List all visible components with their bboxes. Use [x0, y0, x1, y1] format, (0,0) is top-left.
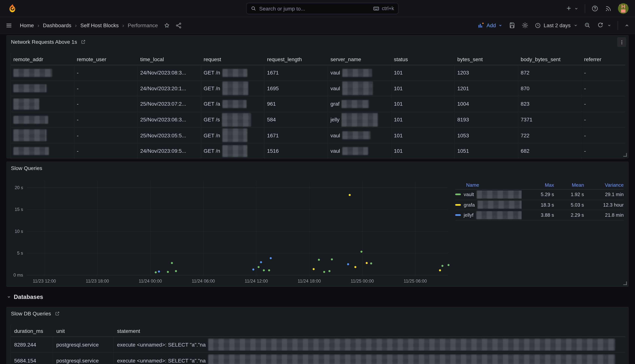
column-header[interactable]: referrer [582, 56, 625, 62]
column-header[interactable]: duration_ms [11, 328, 53, 334]
grafana-logo-icon[interactable] [8, 3, 16, 14]
table-cell: 101 [392, 96, 455, 112]
redacted-value [208, 338, 615, 351]
time-range-picker[interactable]: Last 2 days [534, 22, 578, 29]
column-header[interactable]: request_length [264, 56, 328, 62]
data-point[interactable] [312, 268, 315, 270]
data-point[interactable] [354, 266, 356, 268]
table-cell: 823 [518, 96, 582, 112]
table-cell: 101 [392, 112, 455, 127]
menu-hamburger-icon[interactable] [5, 22, 12, 29]
panel-resize-handle[interactable] [623, 153, 627, 157]
column-header[interactable]: time_local [138, 56, 201, 62]
share-icon[interactable] [175, 22, 182, 29]
table-cell: - [74, 81, 138, 96]
panel-title[interactable]: Network Requests Above 1s [11, 39, 86, 45]
column-header[interactable]: request [201, 56, 264, 62]
save-dashboard-button[interactable] [508, 22, 516, 29]
table-cell: 1671 [264, 65, 328, 80]
data-point[interactable] [252, 269, 254, 271]
data-point[interactable] [171, 262, 173, 264]
legend-column-header[interactable]: Max [522, 182, 554, 188]
table-cell: 8289.244 [11, 337, 53, 352]
legend-column-header[interactable]: Mean [554, 182, 584, 188]
data-point[interactable] [347, 263, 349, 265]
redacted-value [13, 116, 48, 124]
panel-title[interactable]: Slow DB Queries [11, 310, 60, 316]
redacted-value [13, 147, 49, 155]
network-table: remote_addrremote_usertime_localrequestr… [10, 54, 625, 159]
data-point[interactable] [270, 257, 272, 259]
breadcrumb-folder[interactable]: Self Host Blocks [80, 22, 118, 28]
external-link-icon[interactable] [81, 39, 86, 44]
table-cell [11, 128, 74, 143]
column-header[interactable]: remote_user [74, 56, 138, 62]
legend-series-name[interactable]: jellyf [455, 211, 522, 219]
dashboard-settings-button[interactable] [522, 22, 528, 29]
help-button[interactable] [591, 5, 598, 12]
breadcrumb-dashboards[interactable]: Dashboards [43, 22, 71, 28]
search-input[interactable]: Search or jump to... ctrl+k [246, 3, 398, 14]
table-cell: 1051 [455, 143, 518, 158]
column-header[interactable]: status [392, 56, 455, 62]
add-panel-icon [478, 22, 484, 29]
column-header[interactable]: server_name [328, 56, 392, 62]
column-header[interactable]: remote_addr [11, 56, 74, 62]
legend-series-name[interactable]: vault [455, 190, 522, 199]
external-link-icon[interactable] [54, 311, 60, 316]
refresh-interval-dropdown[interactable] [607, 23, 612, 28]
news-rss-button[interactable] [604, 5, 612, 12]
refresh-button[interactable] [597, 22, 604, 29]
data-point[interactable] [258, 266, 260, 268]
table-cell: GET /n [201, 81, 264, 96]
section-databases[interactable]: Databases [6, 294, 43, 300]
gridline [362, 181, 362, 275]
data-point[interactable] [328, 270, 331, 272]
data-point[interactable] [349, 194, 351, 196]
zoom-out-button[interactable] [584, 22, 591, 29]
legend-series-name[interactable]: grafa [455, 200, 522, 209]
legend-column-header[interactable]: Variance [584, 182, 624, 188]
data-point[interactable] [260, 261, 262, 263]
breadcrumb-current: Performance [128, 22, 158, 28]
redacted-value [222, 69, 247, 77]
column-header[interactable]: body_bytes_sent [518, 56, 582, 62]
new-button[interactable] [566, 5, 579, 12]
data-point[interactable] [370, 262, 372, 264]
breadcrumb-home[interactable]: Home [20, 22, 34, 28]
redacted-value [476, 211, 522, 219]
panel-menu-button[interactable] [617, 37, 626, 47]
table-cell: GET /n [201, 65, 264, 80]
panel-resize-handle[interactable] [623, 282, 627, 285]
data-point[interactable] [158, 270, 160, 272]
gridline [27, 253, 448, 254]
table-cell: - [582, 81, 625, 96]
data-point[interactable] [167, 271, 169, 273]
data-point[interactable] [331, 258, 333, 260]
data-point[interactable] [318, 258, 320, 260]
collapse-toolbar-button[interactable] [624, 22, 630, 28]
data-point[interactable] [155, 271, 157, 273]
data-point[interactable] [439, 270, 441, 272]
data-point[interactable] [175, 270, 177, 272]
column-header[interactable]: statement [114, 328, 625, 334]
gridline [27, 210, 448, 210]
breadcrumb: Home › Dashboards › Self Host Blocks › P… [20, 22, 158, 28]
column-header[interactable]: unit [53, 328, 114, 334]
data-point[interactable] [442, 265, 444, 267]
x-axis-tick-label: 11/23 12:00 [26, 279, 62, 284]
data-point[interactable] [447, 264, 450, 266]
table-cell: 25/Nov/2023:06:3... [138, 112, 201, 127]
series-color-marker [455, 204, 461, 206]
data-point[interactable] [323, 271, 326, 273]
star-icon[interactable] [164, 22, 170, 29]
table-cell: 722 [518, 128, 582, 143]
add-button[interactable]: Add [478, 22, 502, 29]
user-avatar[interactable]: H [618, 3, 628, 14]
legend-column-header[interactable]: Name [455, 182, 522, 188]
data-point[interactable] [263, 269, 265, 271]
column-header[interactable]: bytes_sent [455, 56, 518, 62]
data-point[interactable] [366, 262, 368, 264]
table-cell: 961 [264, 96, 328, 112]
data-point[interactable] [268, 269, 270, 271]
